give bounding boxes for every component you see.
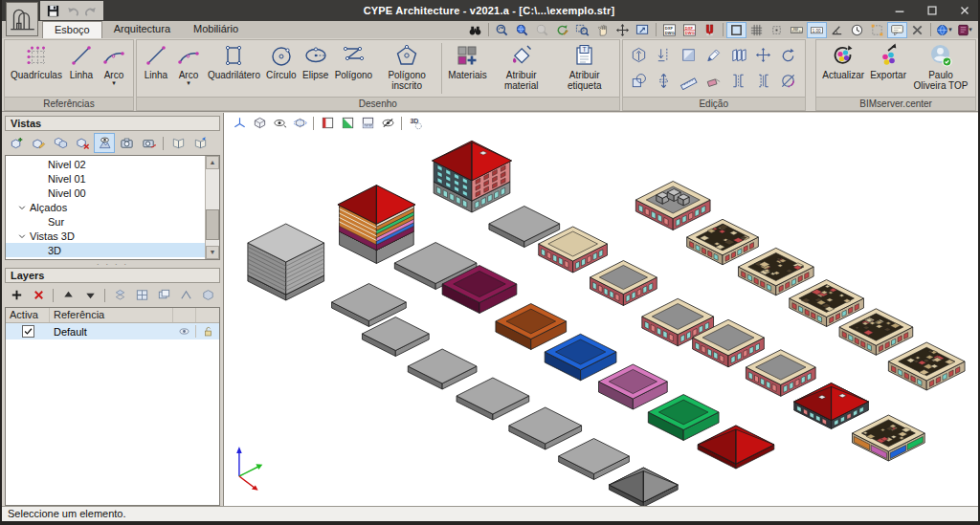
scene-tray[interactable]	[496, 304, 567, 350]
save-button[interactable]	[44, 3, 61, 19]
layer-add-icon[interactable]	[6, 285, 27, 305]
win-cascade-icon[interactable]	[153, 285, 174, 305]
scroll-thumb[interactable]	[206, 209, 219, 240]
curve-v-icon[interactable]	[175, 285, 196, 305]
scene-slab[interactable]	[509, 407, 582, 449]
viewport-3d[interactable]: 3D	[224, 113, 978, 506]
view-cube-icon[interactable]	[250, 114, 269, 132]
edit-tool-extrude-icon[interactable]	[628, 43, 651, 67]
view-3d-icon[interactable]: 3D	[406, 114, 425, 132]
dropdown-arrow-icon[interactable]: ▾	[112, 80, 116, 86]
split-red-icon[interactable]	[318, 114, 337, 132]
scene-3d[interactable]	[224, 113, 978, 506]
ribbon-button-exportar[interactable]: Exportar	[867, 41, 909, 81]
scroll-up-arrow[interactable]: ▲	[206, 156, 219, 169]
snap-point-icon[interactable]	[767, 22, 787, 38]
solid-cube-icon[interactable]	[197, 285, 218, 305]
layer-row[interactable]: Default	[6, 323, 219, 339]
edit-tool-stretch-icon[interactable]	[653, 69, 676, 93]
scene-slab[interactable]	[457, 378, 529, 420]
dimensions-icon[interactable]: 888	[787, 22, 807, 38]
ribbon-button-materiais[interactable]: Materiais	[445, 41, 490, 81]
help-icon[interactable]: ▾	[954, 22, 974, 38]
scene-plan[interactable]	[687, 219, 759, 264]
protractor-icon[interactable]	[827, 22, 847, 38]
scene-walls[interactable]	[590, 261, 657, 306]
scene-plan[interactable]	[738, 248, 813, 295]
scene-plan-color[interactable]	[853, 415, 925, 461]
scale-icon[interactable]: 1.00	[807, 22, 827, 38]
find-icon[interactable]	[465, 22, 485, 38]
tools-icon[interactable]	[907, 22, 927, 38]
scene-roof-dormer[interactable]	[794, 383, 869, 429]
clock-icon[interactable]	[847, 22, 867, 38]
ribbon-button-actualizar[interactable]: Actualizar	[819, 41, 867, 81]
dropdown-arrow-icon[interactable]: ▾	[187, 80, 190, 86]
capture-icon[interactable]	[116, 133, 137, 153]
chevron-down-icon[interactable]	[17, 231, 27, 241]
zoom-all-icon[interactable]	[512, 22, 532, 38]
eye-icon[interactable]	[173, 325, 196, 338]
ribbon-button-poligono-inscrito[interactable]: Polígono inscrito	[375, 41, 438, 92]
edit-tool-copy-array-icon[interactable]	[727, 43, 750, 67]
layer-delete-icon[interactable]	[28, 285, 49, 305]
dxf-dwg-layers-icon[interactable]: DXFDWG	[679, 22, 700, 38]
panel-splitter[interactable]: · · · ·	[5, 260, 220, 268]
tab-esboco[interactable]: Esboço	[42, 21, 102, 38]
sheet-open-icon[interactable]	[167, 133, 189, 153]
split-ruler-icon[interactable]	[358, 114, 377, 132]
edit-tool-move-icon[interactable]	[752, 43, 775, 67]
scene-plan[interactable]	[790, 280, 864, 327]
axes-icon[interactable]	[230, 114, 249, 132]
scene-plan[interactable]	[888, 342, 965, 390]
tree-item-vistas-3d[interactable]: Vistas 3D	[6, 229, 205, 243]
move-display-icon[interactable]	[612, 22, 633, 38]
scene-slab[interactable]	[559, 439, 630, 480]
scene-plan[interactable]	[839, 309, 913, 356]
view-edit-icon[interactable]	[28, 133, 49, 153]
maximize-button[interactable]	[923, 2, 942, 19]
scene-tower-detail[interactable]	[433, 141, 512, 212]
tooltip-icon[interactable]	[887, 22, 907, 38]
ribbon-button-arco[interactable]: Arco▾	[98, 41, 130, 87]
view-delete-icon[interactable]	[72, 133, 93, 153]
tree-item-nivel-01[interactable]: Nivel 01	[6, 171, 205, 186]
minimize-button[interactable]	[890, 2, 909, 19]
view-eye-icon[interactable]	[270, 114, 289, 132]
capture-update-icon[interactable]	[138, 133, 159, 153]
edit-tool-edit-pencil-icon[interactable]	[702, 43, 725, 67]
win-tile-icon[interactable]	[131, 285, 152, 305]
edit-tool-invert-icon[interactable]	[678, 43, 701, 67]
ribbon-button-atribuir-etiqueta[interactable]: TAtribuir etiqueta	[553, 41, 616, 92]
scene-tray[interactable]	[599, 364, 668, 409]
split-green-icon[interactable]	[338, 114, 357, 132]
ribbon-button-circulo[interactable]: Círculo	[263, 41, 300, 81]
scene-roof[interactable]	[609, 468, 678, 506]
scene-walls-stairs[interactable]	[635, 182, 710, 230]
edit-tool-erase-icon[interactable]	[702, 69, 725, 93]
ortho-icon[interactable]	[726, 22, 746, 38]
pan-icon[interactable]	[592, 22, 612, 38]
scene-walls[interactable]	[746, 350, 815, 397]
tree-item-alcados[interactable]: Alçados	[6, 200, 205, 214]
scene-slab[interactable]	[408, 349, 477, 389]
layer-links-icon[interactable]	[109, 285, 130, 305]
hide-eye-icon[interactable]	[378, 114, 397, 132]
redo-button[interactable]	[82, 3, 100, 19]
zoom-window-icon[interactable]	[572, 22, 592, 38]
edit-tool-measure-icon[interactable]	[678, 69, 701, 93]
ribbon-button-quadriculas[interactable]: Quadrículas	[8, 41, 65, 81]
view-visibility-icon[interactable]	[94, 133, 115, 153]
ribbon-button-linha[interactable]: Linha	[65, 41, 98, 81]
grid-icon[interactable]	[746, 22, 767, 38]
orbit-icon[interactable]	[290, 114, 309, 132]
ribbon-button-poligono[interactable]: Polígono	[332, 41, 375, 81]
layer-active-checkbox[interactable]	[22, 325, 34, 338]
zoom-extents-icon[interactable]	[532, 22, 552, 38]
dxf-dwg-templates-icon[interactable]: DXFDWG	[659, 22, 679, 38]
undo-button[interactable]	[63, 3, 80, 19]
scene-tray[interactable]	[545, 334, 616, 381]
move-down-icon[interactable]	[79, 285, 100, 305]
tree-item-nivel-00[interactable]: Nivel 00	[6, 186, 205, 200]
fit-screen-icon[interactable]	[633, 22, 653, 38]
